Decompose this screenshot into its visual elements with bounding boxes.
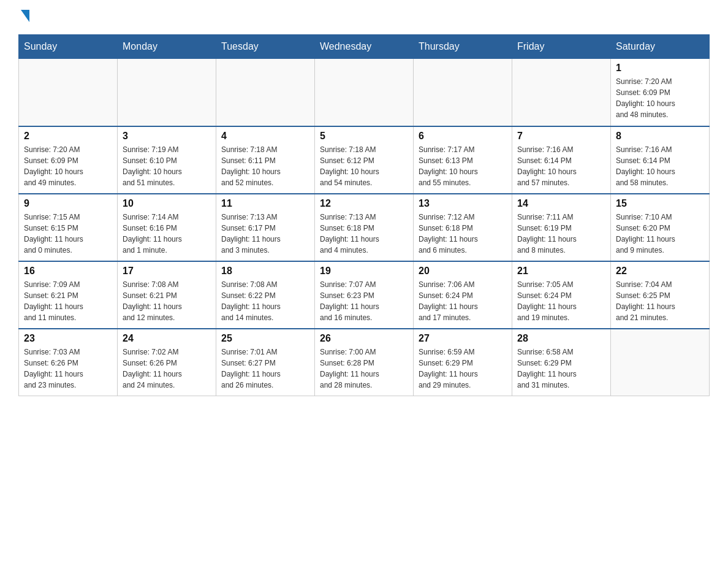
day-info: Sunrise: 7:00 AMSunset: 6:28 PMDaylight:… <box>320 347 408 391</box>
calendar-cell <box>512 59 611 126</box>
day-info: Sunrise: 7:15 AMSunset: 6:15 PMDaylight:… <box>24 212 112 256</box>
calendar-cell <box>118 59 216 126</box>
day-info: Sunrise: 6:58 AMSunset: 6:29 PMDaylight:… <box>517 347 605 391</box>
calendar-cell: 7Sunrise: 7:16 AMSunset: 6:14 PMDaylight… <box>512 126 611 194</box>
calendar-cell: 27Sunrise: 6:59 AMSunset: 6:29 PMDayligh… <box>414 329 512 396</box>
day-header-friday: Friday <box>512 35 611 59</box>
day-number: 1 <box>616 63 704 74</box>
day-number: 14 <box>517 198 605 209</box>
calendar-cell <box>19 59 118 126</box>
calendar-cell: 20Sunrise: 7:06 AMSunset: 6:24 PMDayligh… <box>414 261 512 329</box>
calendar-cell <box>216 59 315 126</box>
day-number: 8 <box>616 131 704 142</box>
calendar-week-row: 16Sunrise: 7:09 AMSunset: 6:21 PMDayligh… <box>19 261 710 329</box>
day-number: 7 <box>517 131 605 142</box>
calendar-cell: 1Sunrise: 7:20 AMSunset: 6:09 PMDaylight… <box>611 59 710 126</box>
calendar-cell: 8Sunrise: 7:16 AMSunset: 6:14 PMDaylight… <box>611 126 710 194</box>
calendar-cell: 23Sunrise: 7:03 AMSunset: 6:26 PMDayligh… <box>19 329 118 396</box>
day-info: Sunrise: 7:16 AMSunset: 6:14 PMDaylight:… <box>616 144 704 188</box>
day-info: Sunrise: 7:08 AMSunset: 6:21 PMDaylight:… <box>123 279 211 323</box>
day-info: Sunrise: 7:08 AMSunset: 6:22 PMDaylight:… <box>221 279 309 323</box>
day-number: 25 <box>221 333 309 344</box>
calendar-cell: 9Sunrise: 7:15 AMSunset: 6:15 PMDaylight… <box>19 194 118 261</box>
day-info: Sunrise: 7:03 AMSunset: 6:26 PMDaylight:… <box>24 347 112 391</box>
calendar-cell: 11Sunrise: 7:13 AMSunset: 6:17 PMDayligh… <box>216 194 315 261</box>
day-info: Sunrise: 7:14 AMSunset: 6:16 PMDaylight:… <box>123 212 211 256</box>
calendar-cell: 21Sunrise: 7:05 AMSunset: 6:24 PMDayligh… <box>512 261 611 329</box>
day-info: Sunrise: 7:20 AMSunset: 6:09 PMDaylight:… <box>616 76 704 120</box>
day-info: Sunrise: 7:10 AMSunset: 6:20 PMDaylight:… <box>616 212 704 256</box>
calendar-cell: 16Sunrise: 7:09 AMSunset: 6:21 PMDayligh… <box>19 261 118 329</box>
day-info: Sunrise: 7:18 AMSunset: 6:12 PMDaylight:… <box>320 144 408 188</box>
calendar-cell: 3Sunrise: 7:19 AMSunset: 6:10 PMDaylight… <box>118 126 216 194</box>
day-info: Sunrise: 7:12 AMSunset: 6:18 PMDaylight:… <box>419 212 507 256</box>
day-number: 18 <box>221 266 309 277</box>
day-header-thursday: Thursday <box>414 35 512 59</box>
day-header-saturday: Saturday <box>611 35 710 59</box>
day-number: 17 <box>123 266 211 277</box>
calendar-cell: 19Sunrise: 7:07 AMSunset: 6:23 PMDayligh… <box>315 261 414 329</box>
day-number: 4 <box>221 131 309 142</box>
calendar-cell: 24Sunrise: 7:02 AMSunset: 6:26 PMDayligh… <box>118 329 216 396</box>
page-header <box>18 12 710 22</box>
day-number: 19 <box>320 266 408 277</box>
calendar-cell: 5Sunrise: 7:18 AMSunset: 6:12 PMDaylight… <box>315 126 414 194</box>
calendar-header-row: SundayMondayTuesdayWednesdayThursdayFrid… <box>19 35 710 59</box>
day-number: 3 <box>123 131 211 142</box>
day-number: 9 <box>24 198 112 209</box>
calendar-cell: 13Sunrise: 7:12 AMSunset: 6:18 PMDayligh… <box>414 194 512 261</box>
day-number: 22 <box>616 266 704 277</box>
calendar-cell: 12Sunrise: 7:13 AMSunset: 6:18 PMDayligh… <box>315 194 414 261</box>
day-info: Sunrise: 7:02 AMSunset: 6:26 PMDaylight:… <box>123 347 211 391</box>
day-number: 15 <box>616 198 704 209</box>
calendar-week-row: 9Sunrise: 7:15 AMSunset: 6:15 PMDaylight… <box>19 194 710 261</box>
day-info: Sunrise: 7:13 AMSunset: 6:17 PMDaylight:… <box>221 212 309 256</box>
calendar-week-row: 1Sunrise: 7:20 AMSunset: 6:09 PMDaylight… <box>19 59 710 126</box>
day-info: Sunrise: 7:17 AMSunset: 6:13 PMDaylight:… <box>419 144 507 188</box>
calendar-table: SundayMondayTuesdayWednesdayThursdayFrid… <box>18 34 710 396</box>
calendar-cell: 15Sunrise: 7:10 AMSunset: 6:20 PMDayligh… <box>611 194 710 261</box>
calendar-cell: 10Sunrise: 7:14 AMSunset: 6:16 PMDayligh… <box>118 194 216 261</box>
day-header-wednesday: Wednesday <box>315 35 414 59</box>
day-number: 27 <box>419 333 507 344</box>
day-number: 11 <box>221 198 309 209</box>
day-number: 16 <box>24 266 112 277</box>
day-info: Sunrise: 7:20 AMSunset: 6:09 PMDaylight:… <box>24 144 112 188</box>
calendar-cell <box>414 59 512 126</box>
calendar-cell: 18Sunrise: 7:08 AMSunset: 6:22 PMDayligh… <box>216 261 315 329</box>
calendar-cell <box>611 329 710 396</box>
day-number: 21 <box>517 266 605 277</box>
day-info: Sunrise: 7:11 AMSunset: 6:19 PMDaylight:… <box>517 212 605 256</box>
calendar-cell: 25Sunrise: 7:01 AMSunset: 6:27 PMDayligh… <box>216 329 315 396</box>
logo-triangle-icon <box>21 10 29 22</box>
day-header-tuesday: Tuesday <box>216 35 315 59</box>
day-number: 6 <box>419 131 507 142</box>
day-number: 24 <box>123 333 211 344</box>
day-info: Sunrise: 6:59 AMSunset: 6:29 PMDaylight:… <box>419 347 507 391</box>
calendar-cell: 28Sunrise: 6:58 AMSunset: 6:29 PMDayligh… <box>512 329 611 396</box>
day-info: Sunrise: 7:07 AMSunset: 6:23 PMDaylight:… <box>320 279 408 323</box>
calendar-cell: 6Sunrise: 7:17 AMSunset: 6:13 PMDaylight… <box>414 126 512 194</box>
day-info: Sunrise: 7:18 AMSunset: 6:11 PMDaylight:… <box>221 144 309 188</box>
calendar-week-row: 2Sunrise: 7:20 AMSunset: 6:09 PMDaylight… <box>19 126 710 194</box>
calendar-week-row: 23Sunrise: 7:03 AMSunset: 6:26 PMDayligh… <box>19 329 710 396</box>
day-info: Sunrise: 7:05 AMSunset: 6:24 PMDaylight:… <box>517 279 605 323</box>
calendar-cell: 14Sunrise: 7:11 AMSunset: 6:19 PMDayligh… <box>512 194 611 261</box>
day-info: Sunrise: 7:01 AMSunset: 6:27 PMDaylight:… <box>221 347 309 391</box>
day-info: Sunrise: 7:04 AMSunset: 6:25 PMDaylight:… <box>616 279 704 323</box>
day-number: 23 <box>24 333 112 344</box>
day-info: Sunrise: 7:09 AMSunset: 6:21 PMDaylight:… <box>24 279 112 323</box>
day-number: 20 <box>419 266 507 277</box>
day-info: Sunrise: 7:13 AMSunset: 6:18 PMDaylight:… <box>320 212 408 256</box>
day-info: Sunrise: 7:16 AMSunset: 6:14 PMDaylight:… <box>517 144 605 188</box>
day-number: 26 <box>320 333 408 344</box>
calendar-cell <box>315 59 414 126</box>
calendar-cell: 2Sunrise: 7:20 AMSunset: 6:09 PMDaylight… <box>19 126 118 194</box>
day-number: 12 <box>320 198 408 209</box>
calendar-cell: 26Sunrise: 7:00 AMSunset: 6:28 PMDayligh… <box>315 329 414 396</box>
calendar-cell: 4Sunrise: 7:18 AMSunset: 6:11 PMDaylight… <box>216 126 315 194</box>
day-number: 5 <box>320 131 408 142</box>
day-info: Sunrise: 7:19 AMSunset: 6:10 PMDaylight:… <box>123 144 211 188</box>
day-number: 2 <box>24 131 112 142</box>
logo <box>18 12 31 22</box>
